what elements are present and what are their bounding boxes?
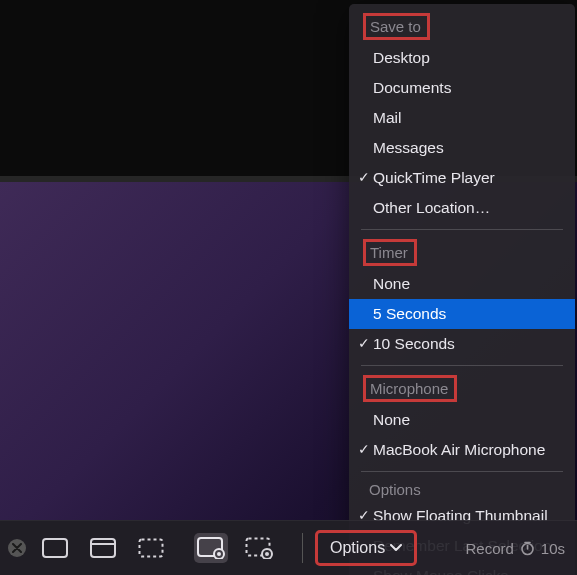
menu-item-timer-10s[interactable]: ✓ 10 Seconds: [349, 329, 575, 359]
screenshot-toolbar: Options Record 10s: [0, 520, 577, 575]
section-header-timer: Timer: [349, 236, 575, 269]
record-area: Record 10s: [465, 540, 569, 557]
section-header-options: Options: [349, 478, 575, 501]
section-header-label: Save to: [363, 13, 430, 40]
menu-item-label: Desktop: [373, 46, 565, 70]
menu-item-messages[interactable]: Messages: [349, 133, 575, 163]
section-header-label: Microphone: [363, 375, 457, 402]
menu-item-label: QuickTime Player: [373, 166, 565, 190]
record-selection-button[interactable]: [242, 533, 276, 563]
menu-item-label: Other Location…: [373, 196, 565, 220]
menu-item-mail[interactable]: Mail: [349, 103, 575, 133]
menu-separator: [361, 365, 563, 366]
menu-item-label: Messages: [373, 136, 565, 160]
svg-rect-0: [43, 539, 67, 557]
toolbar-divider: [302, 533, 303, 563]
section-header-label: Options: [369, 481, 421, 498]
capture-selection-button[interactable]: [134, 533, 168, 563]
chevron-down-icon: [390, 544, 402, 552]
menu-item-label: MacBook Air Microphone: [373, 438, 565, 462]
check-icon: ✓: [355, 167, 373, 189]
options-button[interactable]: Options: [315, 530, 417, 566]
capture-entire-screen-button[interactable]: [38, 533, 72, 563]
svg-point-6: [217, 552, 221, 556]
svg-rect-3: [140, 540, 163, 557]
check-icon: ✓: [355, 439, 373, 461]
section-header-label: Timer: [363, 239, 417, 266]
options-menu: Save to Desktop Documents Mail Messages …: [349, 4, 575, 575]
svg-point-9: [265, 552, 269, 556]
menu-item-documents[interactable]: Documents: [349, 73, 575, 103]
check-icon: ✓: [355, 333, 373, 355]
record-mode-group: [194, 533, 276, 563]
record-button-label[interactable]: Record: [465, 540, 513, 557]
record-entire-screen-button[interactable]: [194, 533, 228, 563]
menu-item-quicktime[interactable]: ✓ QuickTime Player: [349, 163, 575, 193]
capture-mode-group: [38, 533, 168, 563]
menu-separator: [361, 229, 563, 230]
menu-item-timer-5s[interactable]: 5 Seconds: [349, 299, 575, 329]
menu-item-label: None: [373, 408, 565, 432]
section-header-save-to: Save to: [349, 10, 575, 43]
menu-item-mic-none[interactable]: None: [349, 405, 575, 435]
options-button-label: Options: [330, 539, 385, 557]
menu-item-desktop[interactable]: Desktop: [349, 43, 575, 73]
menu-item-timer-none[interactable]: None: [349, 269, 575, 299]
menu-item-mic-builtin[interactable]: ✓ MacBook Air Microphone: [349, 435, 575, 465]
section-header-microphone: Microphone: [349, 372, 575, 405]
capture-window-button[interactable]: [86, 533, 120, 563]
menu-item-label: None: [373, 272, 565, 296]
menu-item-other-location[interactable]: Other Location…: [349, 193, 575, 223]
timer-icon: [520, 541, 535, 556]
menu-separator: [361, 471, 563, 472]
menu-item-label: Mail: [373, 106, 565, 130]
menu-item-label: Documents: [373, 76, 565, 100]
menu-item-label: 10 Seconds: [373, 332, 565, 356]
close-button[interactable]: [8, 539, 26, 557]
timer-countdown: 10s: [541, 540, 565, 557]
svg-rect-1: [91, 539, 115, 557]
menu-item-label: 5 Seconds: [373, 302, 565, 326]
